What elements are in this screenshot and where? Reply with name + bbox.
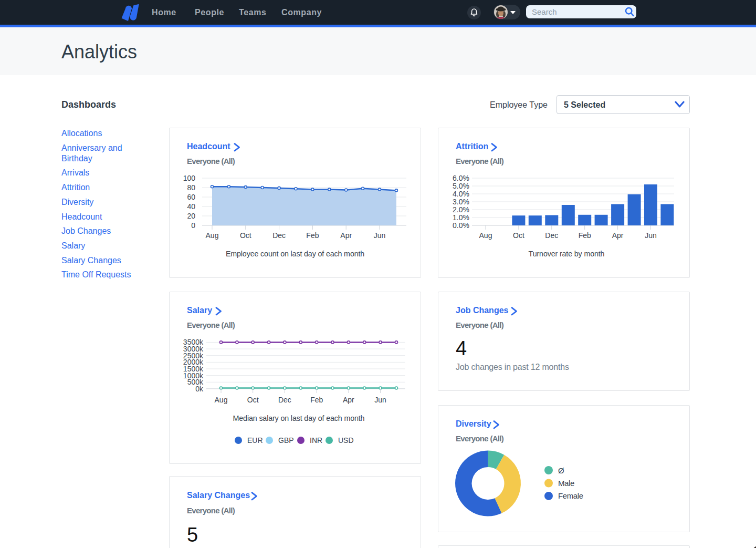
- svg-text:40: 40: [187, 202, 195, 211]
- svg-text:0k: 0k: [195, 385, 204, 393]
- svg-text:Feb: Feb: [310, 396, 323, 404]
- svg-text:60: 60: [187, 193, 195, 201]
- svg-text:Turnover rate by month: Turnover rate by month: [529, 250, 605, 258]
- svg-text:INR: INR: [310, 436, 322, 444]
- svg-text:Median salary on last day of e: Median salary on last day of each month: [233, 414, 365, 422]
- svg-text:Dec: Dec: [545, 231, 558, 240]
- svg-text:3.0%: 3.0%: [453, 198, 469, 206]
- svg-text:Apr: Apr: [612, 231, 624, 240]
- svg-text:Male: Male: [558, 479, 574, 488]
- svg-text:Female: Female: [558, 491, 583, 500]
- svg-text:100: 100: [183, 174, 196, 182]
- svg-text:80: 80: [187, 183, 195, 192]
- svg-text:Feb: Feb: [579, 231, 591, 240]
- svg-text:Aug: Aug: [206, 231, 219, 240]
- svg-text:Ø: Ø: [558, 466, 564, 475]
- svg-text:Dec: Dec: [272, 231, 286, 240]
- svg-text:USD: USD: [338, 436, 354, 444]
- svg-text:1.0%: 1.0%: [453, 213, 469, 222]
- svg-text:GBP: GBP: [278, 436, 294, 444]
- svg-text:0: 0: [191, 221, 195, 230]
- svg-text:Jun: Jun: [374, 231, 386, 240]
- svg-text:Dec: Dec: [278, 396, 291, 404]
- svg-text:0.0%: 0.0%: [453, 221, 469, 230]
- svg-text:Jun: Jun: [645, 231, 657, 240]
- svg-text:Oct: Oct: [247, 396, 259, 404]
- svg-text:EUR: EUR: [247, 436, 263, 444]
- svg-text:2.0%: 2.0%: [453, 205, 469, 214]
- svg-text:5.0%: 5.0%: [453, 182, 469, 190]
- svg-text:Apr: Apr: [340, 231, 352, 240]
- svg-text:6.0%: 6.0%: [453, 174, 469, 182]
- svg-text:Oct: Oct: [240, 231, 251, 240]
- svg-text:Employee count on last day of: Employee count on last day of each month: [226, 250, 364, 258]
- svg-text:4.0%: 4.0%: [453, 190, 469, 198]
- svg-text:Jun: Jun: [374, 396, 386, 404]
- svg-text:Oct: Oct: [513, 231, 524, 240]
- svg-text:20: 20: [187, 212, 195, 220]
- svg-text:Aug: Aug: [479, 231, 492, 240]
- svg-text:Aug: Aug: [215, 396, 228, 404]
- svg-text:Apr: Apr: [343, 396, 354, 404]
- svg-text:Feb: Feb: [306, 231, 319, 240]
